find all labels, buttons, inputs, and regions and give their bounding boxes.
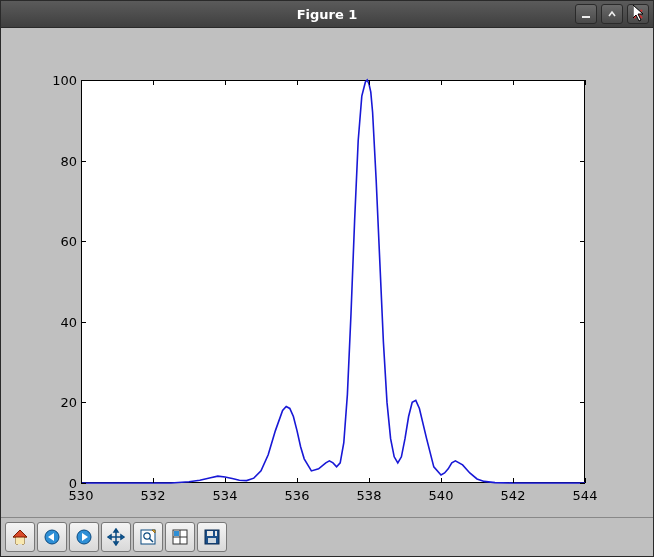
figure-window: Figure 1 02040608010 — [0, 0, 654, 557]
x-tick-mark — [153, 478, 154, 483]
x-tick-mark — [369, 478, 370, 483]
svg-rect-28 — [213, 531, 215, 536]
back-icon — [43, 528, 61, 546]
forward-button[interactable] — [69, 522, 99, 552]
x-tick-mark — [225, 80, 226, 85]
svg-marker-16 — [121, 535, 124, 539]
x-tick-mark — [81, 80, 82, 85]
x-tick-mark — [513, 478, 514, 483]
save-button[interactable] — [197, 522, 227, 552]
y-tick-mark — [81, 161, 86, 162]
pan-button[interactable] — [101, 522, 131, 552]
pan-icon — [107, 528, 125, 546]
y-tick-label: 80 — [37, 153, 77, 168]
home-icon — [11, 528, 29, 546]
x-tick-mark — [81, 478, 82, 483]
x-tick-mark — [513, 80, 514, 85]
x-tick-mark — [585, 80, 586, 85]
y-tick-label: 20 — [37, 395, 77, 410]
x-tick-mark — [297, 80, 298, 85]
x-tick-label: 542 — [501, 488, 526, 503]
titlebar: Figure 1 — [1, 1, 653, 28]
line-plot — [81, 80, 585, 483]
y-tick-mark — [81, 402, 86, 403]
x-tick-mark — [585, 478, 586, 483]
x-tick-mark — [297, 478, 298, 483]
x-tick-label: 534 — [213, 488, 238, 503]
x-tick-mark — [369, 80, 370, 85]
x-tick-mark — [441, 80, 442, 85]
x-tick-label: 536 — [285, 488, 310, 503]
forward-icon — [75, 528, 93, 546]
x-tick-label: 544 — [573, 488, 598, 503]
minimize-icon — [581, 9, 591, 19]
subplots-button[interactable] — [165, 522, 195, 552]
x-tick-mark — [225, 478, 226, 483]
matplotlib-toolbar — [1, 517, 653, 556]
save-icon — [203, 528, 221, 546]
zoom-button[interactable] — [133, 522, 163, 552]
close-button[interactable] — [627, 4, 649, 24]
x-tick-label: 530 — [69, 488, 94, 503]
y-tick-mark — [580, 402, 585, 403]
y-tick-mark — [81, 322, 86, 323]
svg-rect-26 — [207, 531, 217, 536]
svg-rect-5 — [16, 537, 24, 544]
y-tick-label: 60 — [37, 234, 77, 249]
y-tick-mark — [580, 322, 585, 323]
svg-rect-24 — [174, 531, 179, 536]
home-button[interactable] — [5, 522, 35, 552]
close-icon — [633, 9, 643, 19]
client-area: 020406080100530532534536538540542544 — [1, 28, 653, 556]
minimize-button[interactable] — [575, 4, 597, 24]
x-tick-mark — [441, 478, 442, 483]
svg-marker-14 — [114, 542, 118, 545]
x-tick-label: 540 — [429, 488, 454, 503]
x-tick-label: 532 — [141, 488, 166, 503]
svg-marker-13 — [114, 529, 118, 532]
y-tick-label: 100 — [37, 73, 77, 88]
y-tick-mark — [580, 161, 585, 162]
y-tick-mark — [81, 483, 86, 484]
y-tick-label: 40 — [37, 314, 77, 329]
window-controls — [575, 4, 649, 24]
y-tick-mark — [580, 483, 585, 484]
back-button[interactable] — [37, 522, 67, 552]
maximize-icon — [607, 9, 617, 19]
svg-marker-15 — [108, 535, 111, 539]
subplots-icon — [171, 528, 189, 546]
figure-canvas[interactable]: 020406080100530532534536538540542544 — [7, 34, 647, 511]
maximize-button[interactable] — [601, 4, 623, 24]
window-title: Figure 1 — [297, 7, 358, 22]
x-tick-mark — [153, 80, 154, 85]
zoom-icon — [139, 528, 157, 546]
y-tick-mark — [81, 241, 86, 242]
x-tick-label: 538 — [357, 488, 382, 503]
y-tick-mark — [580, 241, 585, 242]
svg-marker-6 — [13, 530, 27, 537]
svg-rect-27 — [208, 538, 216, 543]
